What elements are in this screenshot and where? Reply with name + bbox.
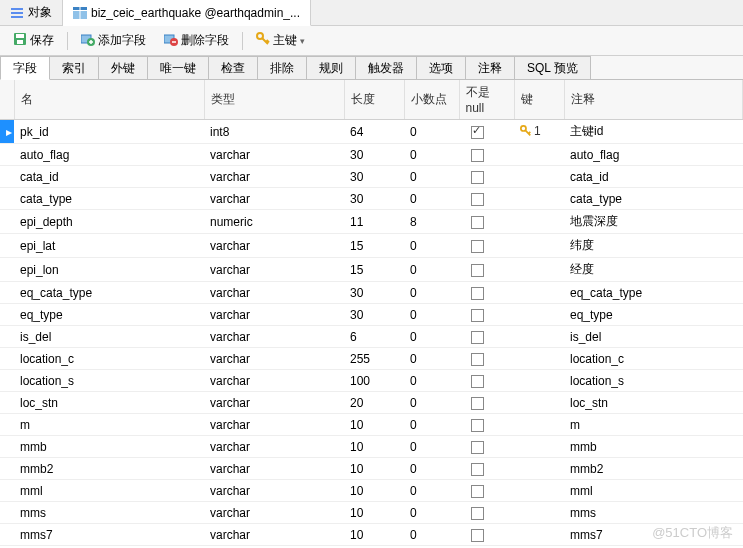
checkbox-icon[interactable]: [471, 193, 484, 206]
checkbox-icon[interactable]: [471, 375, 484, 388]
sub-tab-4[interactable]: 检查: [208, 56, 258, 79]
sub-tab-0[interactable]: 字段: [0, 56, 50, 80]
tab-objects[interactable]: 对象: [0, 0, 63, 25]
cell-name[interactable]: cata_type: [14, 188, 204, 210]
cell-comment[interactable]: is_del: [564, 326, 743, 348]
field-row[interactable]: cata_idvarchar300cata_id: [0, 166, 743, 188]
cell-key[interactable]: [514, 392, 564, 414]
cell-length[interactable]: 64: [344, 120, 404, 144]
cell-length[interactable]: 255: [344, 348, 404, 370]
cell-decimal[interactable]: 0: [404, 502, 459, 524]
cell-key[interactable]: [514, 166, 564, 188]
cell-decimal[interactable]: 0: [404, 166, 459, 188]
cell-length[interactable]: 10: [344, 436, 404, 458]
cell-length[interactable]: 11: [344, 210, 404, 234]
cell-type[interactable]: varchar: [204, 282, 344, 304]
cell-not-null[interactable]: [459, 120, 514, 144]
cell-comment[interactable]: 地震深度: [564, 210, 743, 234]
field-row[interactable]: is_delvarchar60is_del: [0, 326, 743, 348]
cell-type[interactable]: int8: [204, 120, 344, 144]
checkbox-icon[interactable]: [471, 441, 484, 454]
cell-decimal[interactable]: 0: [404, 144, 459, 166]
field-row[interactable]: eq_typevarchar300eq_type: [0, 304, 743, 326]
cell-type[interactable]: varchar: [204, 166, 344, 188]
cell-key[interactable]: [514, 458, 564, 480]
cell-decimal[interactable]: 0: [404, 120, 459, 144]
cell-decimal[interactable]: 0: [404, 392, 459, 414]
cell-comment[interactable]: loc_stn: [564, 392, 743, 414]
sub-tab-1[interactable]: 索引: [49, 56, 99, 79]
cell-length[interactable]: 100: [344, 370, 404, 392]
cell-comment[interactable]: cata_id: [564, 166, 743, 188]
cell-key[interactable]: [514, 480, 564, 502]
cell-decimal[interactable]: 0: [404, 304, 459, 326]
add-field-button[interactable]: 添加字段: [74, 29, 153, 52]
cell-comment[interactable]: eq_type: [564, 304, 743, 326]
cell-comment[interactable]: mmb2: [564, 458, 743, 480]
checkbox-icon[interactable]: [471, 507, 484, 520]
sub-tab-7[interactable]: 触发器: [355, 56, 417, 79]
cell-type[interactable]: varchar: [204, 326, 344, 348]
cell-key[interactable]: [514, 258, 564, 282]
primary-key-button[interactable]: 主键 ▾: [249, 29, 312, 52]
cell-comment[interactable]: mms7: [564, 524, 743, 546]
cell-length[interactable]: 6: [344, 326, 404, 348]
cell-key[interactable]: [514, 370, 564, 392]
cell-comment[interactable]: mml: [564, 480, 743, 502]
cell-comment[interactable]: location_s: [564, 370, 743, 392]
cell-name[interactable]: epi_depth: [14, 210, 204, 234]
cell-not-null[interactable]: [459, 210, 514, 234]
checkbox-icon[interactable]: [471, 171, 484, 184]
cell-comment[interactable]: m: [564, 414, 743, 436]
field-row[interactable]: location_svarchar1000location_s: [0, 370, 743, 392]
cell-type[interactable]: varchar: [204, 348, 344, 370]
tab-table-editor[interactable]: biz_ceic_earthquake @earthqadmin_...: [63, 0, 311, 26]
cell-comment[interactable]: location_c: [564, 348, 743, 370]
cell-comment[interactable]: 主键id: [564, 120, 743, 144]
cell-name[interactable]: loc_stn: [14, 392, 204, 414]
field-row[interactable]: epi_lonvarchar150经度: [0, 258, 743, 282]
cell-decimal[interactable]: 0: [404, 188, 459, 210]
cell-length[interactable]: 30: [344, 188, 404, 210]
col-length[interactable]: 长度: [344, 80, 404, 120]
cell-comment[interactable]: 纬度: [564, 234, 743, 258]
cell-type[interactable]: varchar: [204, 188, 344, 210]
cell-not-null[interactable]: [459, 258, 514, 282]
cell-type[interactable]: varchar: [204, 436, 344, 458]
cell-comment[interactable]: auto_flag: [564, 144, 743, 166]
cell-key[interactable]: 1: [514, 120, 564, 144]
cell-length[interactable]: 10: [344, 502, 404, 524]
cell-type[interactable]: varchar: [204, 502, 344, 524]
delete-field-button[interactable]: 删除字段: [157, 29, 236, 52]
cell-comment[interactable]: mmb: [564, 436, 743, 458]
checkbox-icon[interactable]: [471, 397, 484, 410]
cell-name[interactable]: mmb: [14, 436, 204, 458]
cell-length[interactable]: 10: [344, 414, 404, 436]
field-row[interactable]: mmbvarchar100mmb: [0, 436, 743, 458]
cell-not-null[interactable]: [459, 188, 514, 210]
cell-type[interactable]: varchar: [204, 304, 344, 326]
cell-not-null[interactable]: [459, 326, 514, 348]
cell-length[interactable]: 30: [344, 304, 404, 326]
cell-type[interactable]: varchar: [204, 144, 344, 166]
col-type[interactable]: 类型: [204, 80, 344, 120]
sub-tab-6[interactable]: 规则: [306, 56, 356, 79]
cell-length[interactable]: 30: [344, 282, 404, 304]
field-row[interactable]: mms7varchar100mms7: [0, 524, 743, 546]
col-name[interactable]: 名: [14, 80, 204, 120]
cell-comment[interactable]: eq_cata_type: [564, 282, 743, 304]
col-not-null[interactable]: 不是 null: [459, 80, 514, 120]
cell-key[interactable]: [514, 282, 564, 304]
cell-not-null[interactable]: [459, 234, 514, 258]
checkbox-icon[interactable]: [471, 149, 484, 162]
field-row[interactable]: mmsvarchar100mms: [0, 502, 743, 524]
checkbox-icon[interactable]: [471, 463, 484, 476]
cell-name[interactable]: mml: [14, 480, 204, 502]
cell-decimal[interactable]: 0: [404, 258, 459, 282]
cell-decimal[interactable]: 0: [404, 348, 459, 370]
cell-name[interactable]: location_c: [14, 348, 204, 370]
field-row[interactable]: ▸pk_idint86401主键id: [0, 120, 743, 144]
cell-length[interactable]: 30: [344, 166, 404, 188]
checkbox-icon[interactable]: [471, 309, 484, 322]
checkbox-icon[interactable]: [471, 126, 484, 139]
